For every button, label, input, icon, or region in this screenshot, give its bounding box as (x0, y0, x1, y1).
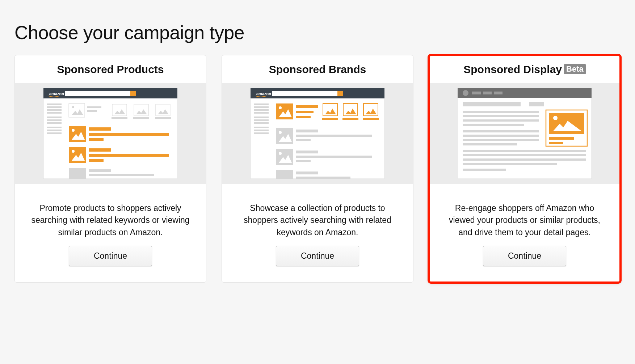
svg-rect-25 (133, 117, 149, 119)
card-footer: Continue (429, 246, 620, 282)
svg-rect-75 (296, 130, 318, 132)
card-description: Re-engage shoppers off Amazon who viewed… (441, 202, 608, 238)
svg-rect-13 (47, 130, 62, 131)
card-illustration-sponsored-display (429, 83, 620, 184)
svg-rect-22 (112, 117, 127, 119)
svg-rect-99 (463, 119, 539, 122)
svg-rect-58 (254, 132, 269, 134)
svg-rect-103 (463, 139, 539, 141)
svg-rect-32 (89, 127, 111, 131)
svg-point-86 (279, 131, 282, 134)
cards-row: Sponsored Products amazon (14, 55, 621, 283)
svg-rect-4 (130, 91, 136, 96)
svg-rect-41 (69, 168, 86, 179)
card-header: Sponsored DisplayBeta (429, 55, 620, 83)
svg-rect-83 (296, 172, 318, 174)
svg-point-61 (279, 106, 282, 109)
svg-rect-64 (296, 116, 311, 118)
svg-rect-70 (342, 118, 358, 120)
svg-rect-56 (254, 127, 269, 128)
card-footer: Continue (222, 246, 413, 282)
svg-rect-93 (483, 92, 492, 94)
svg-rect-33 (89, 133, 169, 136)
svg-point-37 (72, 150, 75, 153)
svg-rect-82 (276, 170, 293, 179)
svg-rect-53 (254, 117, 269, 118)
svg-rect-42 (89, 169, 111, 172)
svg-rect-55 (254, 122, 269, 124)
svg-rect-114 (549, 137, 574, 140)
svg-rect-14 (47, 132, 62, 134)
svg-rect-94 (494, 92, 502, 94)
svg-point-113 (553, 116, 558, 120)
svg-rect-92 (472, 92, 481, 94)
svg-rect-96 (529, 102, 544, 106)
svg-rect-3 (65, 91, 130, 96)
continue-button[interactable]: Continue (276, 246, 359, 266)
svg-rect-95 (463, 102, 521, 106)
card-illustration-sponsored-brands: amazon (222, 83, 413, 184)
card-illustration-sponsored-products: amazon (15, 83, 206, 184)
page-title: Choose your campaign type (14, 22, 621, 43)
continue-button[interactable]: Continue (483, 246, 566, 266)
svg-rect-28 (155, 117, 171, 119)
svg-rect-108 (463, 163, 557, 165)
svg-rect-102 (463, 135, 539, 137)
card-body: Re-engage shoppers off Amazon who viewed… (429, 184, 620, 246)
svg-rect-57 (254, 130, 269, 131)
campaign-card-sponsored-products: Sponsored Products amazon (14, 55, 206, 283)
svg-rect-98 (463, 115, 539, 117)
svg-rect-12 (47, 127, 62, 128)
svg-rect-80 (296, 156, 372, 158)
svg-rect-5 (47, 103, 62, 105)
svg-rect-100 (463, 124, 524, 126)
campaign-card-sponsored-display: Sponsored DisplayBeta (429, 55, 621, 283)
svg-rect-67 (322, 118, 338, 120)
svg-rect-76 (296, 135, 372, 137)
svg-rect-73 (363, 118, 379, 120)
svg-rect-18 (87, 106, 101, 108)
svg-rect-115 (549, 142, 563, 144)
svg-rect-105 (463, 150, 586, 152)
svg-rect-97 (463, 111, 539, 113)
card-header: Sponsored Brands (222, 55, 413, 83)
svg-rect-48 (337, 91, 343, 96)
svg-rect-40 (89, 159, 104, 162)
card-description: Promote products to shoppers actively se… (27, 202, 194, 238)
svg-point-31 (72, 129, 75, 132)
card-title: Sponsored Display (463, 63, 562, 76)
svg-point-17 (72, 106, 74, 108)
svg-rect-44 (251, 88, 384, 179)
card-footer: Continue (15, 246, 206, 282)
svg-rect-62 (296, 105, 318, 108)
svg-text:amazon: amazon (256, 92, 271, 96)
card-body: Promote products to shoppers actively se… (15, 184, 206, 246)
svg-rect-38 (89, 148, 111, 152)
svg-rect-50 (254, 106, 269, 108)
svg-rect-84 (296, 177, 350, 179)
svg-rect-10 (47, 119, 62, 121)
svg-text:amazon: amazon (49, 92, 64, 96)
svg-rect-6 (47, 106, 62, 108)
svg-rect-34 (89, 138, 104, 141)
svg-rect-43 (89, 174, 154, 176)
svg-rect-106 (463, 154, 586, 156)
svg-point-88 (279, 152, 282, 155)
svg-rect-101 (463, 130, 539, 132)
beta-badge: Beta (564, 64, 586, 74)
svg-rect-19 (87, 110, 97, 112)
svg-rect-79 (296, 151, 318, 153)
svg-rect-107 (463, 158, 586, 161)
svg-rect-9 (47, 117, 62, 118)
continue-button[interactable]: Continue (69, 246, 152, 266)
svg-rect-47 (272, 91, 337, 96)
svg-rect-49 (254, 103, 269, 105)
card-title: Sponsored Brands (269, 63, 366, 76)
svg-rect-51 (254, 109, 269, 111)
svg-rect-104 (463, 143, 517, 145)
svg-rect-39 (89, 154, 169, 157)
svg-point-91 (463, 90, 468, 96)
card-header: Sponsored Products (15, 55, 206, 83)
svg-rect-54 (254, 119, 269, 121)
card-description: Showcase a collection of products to sho… (234, 202, 401, 238)
